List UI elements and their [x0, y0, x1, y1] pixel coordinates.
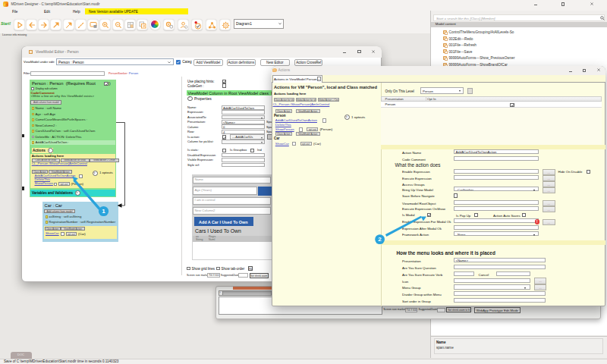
svg-text:1: 1 — [102, 208, 105, 215]
svg-text:2: 2 — [378, 236, 382, 243]
